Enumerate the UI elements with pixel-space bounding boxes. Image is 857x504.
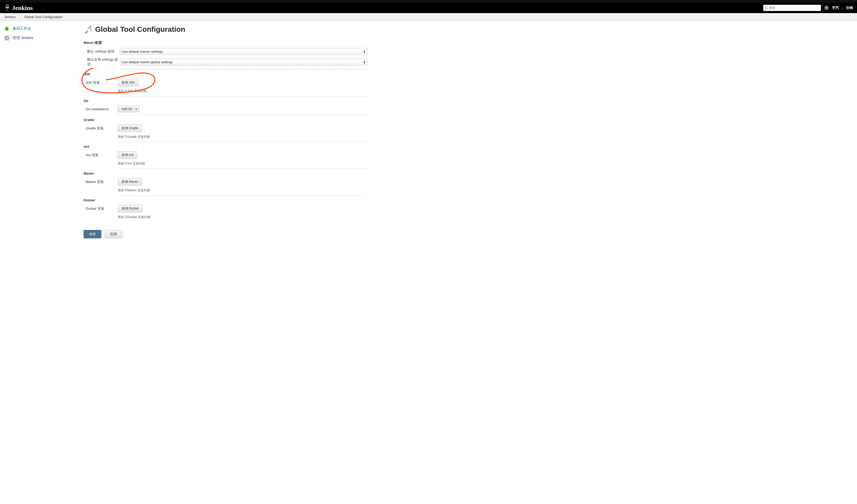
- section-title: Git: [84, 99, 367, 103]
- section-title: Maven: [84, 171, 367, 175]
- tool-body: 新增 Ant系统下Ant 安装列表: [118, 151, 367, 166]
- apply-button[interactable]: 应用: [104, 230, 122, 238]
- search-icon: [764, 6, 768, 10]
- tool-row: Maven 安装新增 Maven系统下Maven 安装列表: [84, 178, 367, 193]
- arrow-up-icon: [4, 25, 10, 32]
- tool-label: Git installations: [84, 106, 118, 111]
- svg-line-7: [767, 8, 768, 9]
- add-tool-button[interactable]: 新增 Docker: [118, 205, 142, 212]
- breadcrumb-item[interactable]: Jenkins: [4, 15, 16, 19]
- select-default-settings[interactable]: Use default maven settings: [120, 48, 367, 55]
- search-input[interactable]: [769, 5, 820, 11]
- tool-desc: 系统下JDK 安装列表: [118, 89, 367, 93]
- jenkins-logo[interactable]: Jenkins: [4, 4, 33, 12]
- tool-label: Maven 安装: [84, 178, 118, 184]
- tool-body: 新增 JDK系统下JDK 安装列表: [118, 79, 367, 93]
- svg-rect-12: [4, 38, 5, 39]
- section-title: Ant: [84, 145, 367, 149]
- section-title: Docker: [84, 198, 367, 202]
- svg-point-3: [6, 7, 7, 7]
- svg-rect-5: [6, 8, 9, 8]
- section-title: JDK: [84, 72, 367, 76]
- page-title: Global Tool Configuration: [95, 25, 185, 34]
- breadcrumb-item[interactable]: Global Tool Configuration: [24, 15, 63, 19]
- browser-chrome-strip: [0, 0, 857, 3]
- main-layout: 返回工作台 管理 Jenkins: [0, 21, 857, 504]
- breadcrumb-separator: ›: [19, 16, 20, 19]
- section-title: Gradle: [84, 118, 367, 122]
- tool-block-git: GitGit installationsAdd Git: [84, 95, 367, 112]
- help-icon[interactable]: ?: [824, 5, 829, 10]
- svg-rect-15: [8, 39, 10, 41]
- section-title-maven-config: Maven 配置: [84, 40, 367, 45]
- tool-block-jdk: JDKJDK 安装新增 JDK系统下JDK 安装列表: [84, 68, 367, 93]
- sidebar-item-label: 返回工作台: [13, 26, 31, 31]
- jenkins-logo-text: Jenkins: [12, 4, 33, 12]
- tool-desc: 系统下Maven 安装列表: [118, 188, 367, 193]
- svg-rect-10: [6, 35, 7, 36]
- save-button[interactable]: 保存: [84, 230, 101, 238]
- sidebar-item-label: 管理 Jenkins: [13, 36, 33, 40]
- svg-rect-11: [6, 40, 7, 41]
- content: Global Tool Configuration Maven 配置 默认 se…: [79, 21, 857, 504]
- header-separator: |: [842, 6, 843, 10]
- footer-actions: 保存 应用: [84, 230, 367, 238]
- tool-row: JDK 安装新增 JDK系统下JDK 安装列表: [84, 79, 367, 93]
- svg-rect-2: [6, 8, 9, 12]
- tool-desc: 系统下Docker 安装列表: [118, 215, 367, 220]
- add-tool-button[interactable]: 新增 JDK: [118, 79, 139, 86]
- breadcrumb: Jenkins › Global Tool Configuration: [0, 13, 857, 21]
- search-box[interactable]: [763, 5, 821, 11]
- add-tool-button[interactable]: 新增 Maven: [118, 178, 142, 186]
- logout-link[interactable]: 注销: [846, 5, 853, 10]
- tool-body: Add Git: [118, 106, 367, 112]
- jenkins-butler-icon: [4, 4, 11, 12]
- sidebar-item-manage[interactable]: 管理 Jenkins: [3, 34, 76, 42]
- tool-body: 新增 Docker系统下Docker 安装列表: [118, 205, 367, 220]
- tool-body: 新增 Gradle系统下Gradle 安装列表: [118, 124, 367, 139]
- sidebar-item-back[interactable]: 返回工作台: [3, 25, 76, 33]
- form-label-default-settings: 默认 settings 提供: [86, 49, 120, 54]
- add-tool-button[interactable]: 新增 Gradle: [118, 124, 142, 132]
- tool-block-docker: DockerDocker 安装新增 Docker系统下Docker 安装列表: [84, 194, 367, 220]
- form-row: 默认 settings 提供 Use default maven setting…: [84, 47, 367, 56]
- svg-point-9: [6, 37, 7, 39]
- tool-row: Gradle 安装新增 Gradle系统下Gradle 安装列表: [84, 124, 367, 139]
- svg-point-6: [765, 6, 767, 8]
- tool-row: Git installationsAdd Git: [84, 106, 367, 112]
- tool-label: Ant 安装: [84, 151, 118, 157]
- form-row: 默认全局 settings 提供 Use default maven globa…: [84, 57, 367, 67]
- svg-point-4: [8, 7, 9, 7]
- tool-body: 新增 Maven系统下Maven 安装列表: [118, 178, 367, 193]
- tool-desc: 系统下Gradle 安装列表: [118, 135, 367, 139]
- gear-icon: [4, 35, 10, 41]
- user-link[interactable]: 芋艿: [832, 5, 839, 10]
- select-global-settings[interactable]: Use default maven global settings: [120, 58, 367, 65]
- add-tool-button[interactable]: Add Git: [118, 106, 139, 112]
- tool-block-gradle: GradleGradle 安装新增 Gradle系统下Gradle 安装列表: [84, 114, 367, 139]
- svg-rect-16: [8, 35, 10, 37]
- form-label-global-settings: 默认全局 settings 提供: [86, 57, 120, 67]
- svg-rect-19: [90, 29, 92, 31]
- page-title-row: Global Tool Configuration: [84, 25, 367, 34]
- tool-label: Gradle 安装: [84, 124, 118, 131]
- add-tool-button[interactable]: 新增 Ant: [118, 151, 137, 159]
- tool-label: JDK 安装: [84, 79, 118, 85]
- wrench-screwdriver-icon: [84, 25, 93, 34]
- tool-row: Ant 安装新增 Ant系统下Ant 安装列表: [84, 151, 367, 166]
- tool-block-maven: MavenMaven 安装新增 Maven系统下Maven 安装列表: [84, 168, 367, 193]
- svg-rect-1: [5, 6, 10, 7]
- sidebar: 返回工作台 管理 Jenkins: [0, 21, 79, 504]
- tool-desc: 系统下Ant 安装列表: [118, 161, 367, 166]
- jenkins-header: Jenkins ? 芋艿 | 注销: [0, 3, 857, 13]
- header-right: ? 芋艿 | 注销: [763, 5, 853, 11]
- svg-rect-13: [9, 38, 10, 39]
- tool-label: Docker 安装: [84, 205, 118, 211]
- tool-row: Docker 安装新增 Docker系统下Docker 安装列表: [84, 205, 367, 220]
- tool-block-ant: AntAnt 安装新增 Ant系统下Ant 安装列表: [84, 141, 367, 166]
